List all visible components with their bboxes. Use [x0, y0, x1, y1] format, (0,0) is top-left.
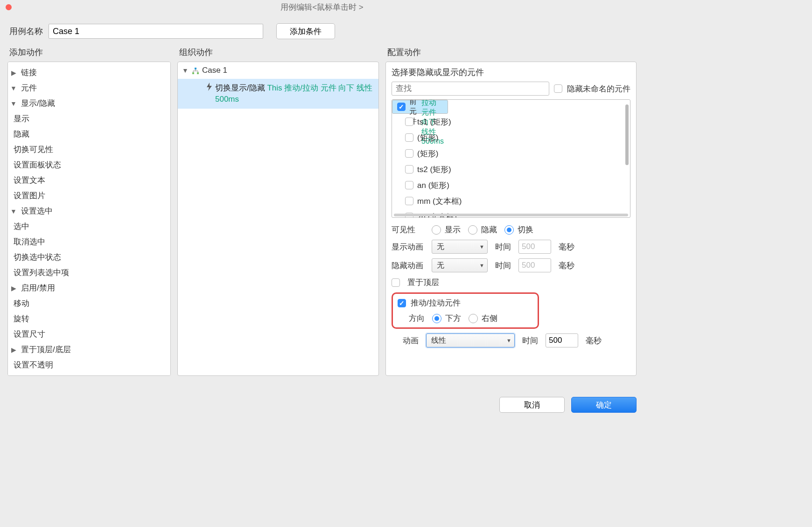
action-row[interactable]: 切换显示/隐藏 This 推动/拉动 元件 向下 线性 500ms	[178, 79, 378, 109]
action-tree: ▶链接 ▼元件 ▼显示/隐藏 显示 隐藏 切换可见性 设置面板状态 设置文本 设…	[8, 62, 170, 376]
svg-rect-5	[192, 72, 194, 74]
dir-right-radio[interactable]: 右侧	[469, 313, 497, 324]
time-label: 时间	[495, 260, 511, 271]
col-configure: 配置动作 选择要隐藏或显示的元件 隐藏未命名的元件 当前元件切换可见性 推动/拉…	[385, 47, 637, 376]
widget-checkbox[interactable]	[405, 197, 413, 205]
search-input[interactable]	[392, 82, 549, 96]
caret-down-icon: ▼	[479, 263, 484, 268]
widget-checkbox[interactable]	[405, 165, 413, 173]
widget-label: mm (文本框)	[417, 196, 462, 207]
ms-unit: 毫秒	[559, 242, 574, 252]
footer: 取消 确定	[499, 397, 637, 413]
widget-checkbox[interactable]	[397, 103, 406, 111]
header-configure: 配置动作	[385, 47, 637, 58]
tree-get-focus[interactable]: 获取焦点	[8, 373, 170, 376]
show-anim-select[interactable]: 无▼	[432, 240, 488, 254]
widget-label: (矩形)	[417, 148, 438, 159]
tree-show-hide[interactable]: ▼显示/隐藏	[8, 96, 170, 111]
tree-show[interactable]: 显示	[8, 111, 170, 126]
tree-selected[interactable]: 选中	[8, 219, 170, 234]
bring-front-checkbox[interactable]	[392, 278, 400, 287]
dir-down-radio[interactable]: 下方	[432, 313, 461, 324]
widget-checkbox[interactable]	[405, 133, 413, 142]
widget-row[interactable]: ts2 (矩形)	[392, 161, 630, 177]
visibility-label: 可见性	[392, 224, 424, 235]
tree-set-panel-state[interactable]: 设置面板状态	[8, 157, 170, 173]
tree-enable-disable[interactable]: ▶启用/禁用	[8, 280, 170, 296]
widget-row[interactable]: an (矩形)	[392, 177, 630, 193]
svg-marker-7	[207, 83, 212, 91]
tree-links[interactable]: ▶链接	[8, 65, 170, 80]
hide-anim-row: 隐藏动画 无▼ 时间 毫秒	[392, 258, 630, 272]
tree-toggle-visibility[interactable]: 切换可见性	[8, 142, 170, 157]
tree-set-selected[interactable]: ▼设置选中	[8, 203, 170, 219]
tree-widgets[interactable]: ▼元件	[8, 80, 170, 96]
tree-set-size[interactable]: 设置尺寸	[8, 326, 170, 342]
vis-hide-radio[interactable]: 隐藏	[468, 224, 497, 235]
triangle-down-icon: ▼	[182, 67, 189, 74]
push-pull-checkbox[interactable]	[398, 299, 406, 307]
hide-anim-label: 隐藏动画	[392, 260, 424, 271]
tree-set-text[interactable]: 设置文本	[8, 173, 170, 188]
tree-bring-front-back[interactable]: ▶置于顶层/底层	[8, 342, 170, 357]
widgets-list: 当前元件切换可见性 推动/拉动 元件 向下 线性 500msts1 (矩形)(矩…	[392, 99, 630, 218]
widget-label: ts1 (矩形)	[417, 117, 451, 127]
hide-anim-select[interactable]: 无▼	[432, 258, 488, 272]
widget-row[interactable]: 当前元件切换可见性 推动/拉动 元件 向下 线性 500ms	[392, 100, 448, 114]
case-name: Case 1	[202, 66, 227, 75]
widgets-list-body[interactable]: 当前元件切换可见性 推动/拉动 元件 向下 线性 500msts1 (矩形)(矩…	[392, 100, 630, 217]
scrollbar-vertical[interactable]	[625, 104, 629, 165]
anim-label: 动画	[403, 335, 419, 346]
toprow: 用例名称 添加条件	[0, 14, 644, 42]
tree-hide[interactable]: 隐藏	[8, 126, 170, 142]
widget-row[interactable]: mm (文本框)	[392, 193, 630, 209]
cancel-button[interactable]: 取消	[499, 397, 565, 413]
widget-checkbox[interactable]	[405, 118, 413, 126]
triangle-right-icon: ▶	[10, 69, 17, 76]
push-anim-select[interactable]: 线性▼	[426, 333, 515, 347]
tree-set-image[interactable]: 设置图片	[8, 188, 170, 203]
columns: 添加动作 ▶链接 ▼元件 ▼显示/隐藏 显示 隐藏 切换可见性 设置面板状态 设…	[0, 42, 644, 378]
svg-rect-0	[195, 68, 196, 69]
tree-toggle-selected[interactable]: 切换选中状态	[8, 250, 170, 265]
caret-down-icon: ▼	[479, 244, 484, 250]
tree-set-opacity[interactable]: 设置不透明	[8, 357, 170, 373]
vis-toggle-radio[interactable]: 切换	[504, 224, 533, 235]
search-row: 隐藏未命名的元件	[392, 82, 630, 96]
widget-checkbox[interactable]	[405, 149, 413, 158]
tree-rotate[interactable]: 旋转	[8, 311, 170, 326]
caret-down-icon: ▼	[506, 338, 511, 343]
header-organize: 组织动作	[177, 47, 379, 58]
tree-move[interactable]: 移动	[8, 296, 170, 311]
time-label: 时间	[495, 242, 511, 252]
window: 用例编辑<鼠标单击时 > 用例名称 添加条件 添加动作 ▶链接 ▼元件 ▼显示/…	[0, 0, 644, 418]
vis-show-radio[interactable]: 显示	[432, 224, 461, 235]
tree-set-list-selected[interactable]: 设置列表选中项	[8, 265, 170, 280]
hide-unnamed-label: 隐藏未命名的元件	[567, 83, 630, 94]
ok-button[interactable]: 确定	[571, 397, 637, 413]
widget-row[interactable]: (矩形)	[392, 146, 630, 161]
show-anim-time-input[interactable]	[518, 240, 551, 254]
push-pull-label: 推动/拉动元件	[411, 298, 461, 308]
bring-front-row: 置于顶层	[392, 277, 630, 288]
show-anim-label: 显示动画	[392, 242, 424, 252]
titlebar: 用例编辑<鼠标单击时 >	[0, 0, 644, 14]
widget-checkbox[interactable]	[405, 181, 413, 189]
hide-anim-time-input[interactable]	[518, 258, 551, 272]
visibility-row: 可见性 显示 隐藏 切换	[392, 224, 630, 235]
close-icon[interactable]	[6, 4, 12, 10]
show-anim-row: 显示动画 无▼ 时间 毫秒	[392, 240, 630, 254]
widget-label: (矩形)	[417, 132, 438, 143]
window-title: 用例编辑<鼠标单击时 >	[280, 2, 364, 13]
header-add-action: 添加动作	[7, 47, 171, 58]
add-condition-button[interactable]: 添加条件	[276, 23, 335, 39]
options-block: 可见性 显示 隐藏 切换 显示动画 无▼ 时间 毫秒	[392, 224, 630, 347]
scrollbar-horizontal[interactable]	[394, 214, 628, 216]
push-pull-box: 推动/拉动元件 方向 下方 右侧	[392, 292, 539, 329]
push-anim-time-input[interactable]	[546, 333, 578, 347]
col-organize: 组织动作 ▼ Case 1 切换显示/隐藏 This 推动/拉动 元件 向下 线…	[177, 47, 379, 376]
hide-unnamed-checkbox[interactable]	[554, 84, 562, 93]
tree-unselected[interactable]: 取消选中	[8, 234, 170, 250]
case-row[interactable]: ▼ Case 1	[178, 62, 378, 79]
case-name-input[interactable]	[49, 24, 263, 39]
